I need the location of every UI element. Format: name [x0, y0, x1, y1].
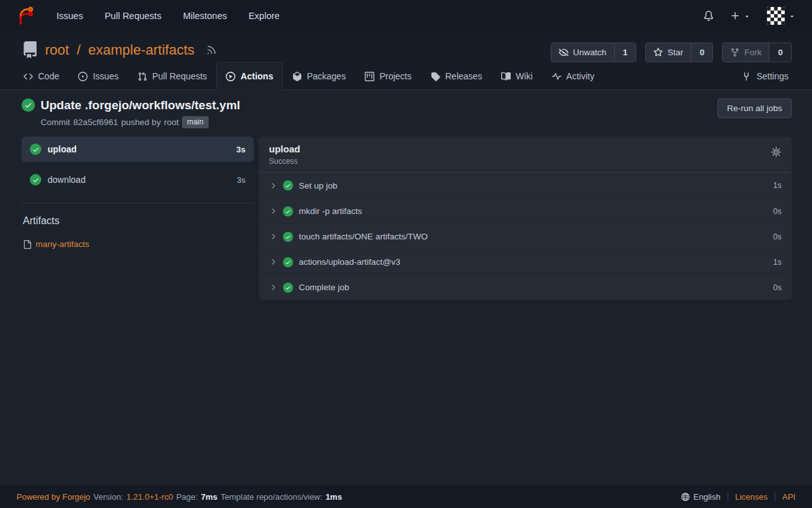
bell-icon [704, 11, 714, 21]
tab-wiki[interactable]: Wiki [492, 62, 542, 90]
repo-name-link[interactable]: example-artifacts [88, 42, 195, 58]
step-row-complete-job[interactable]: Complete job 0s [259, 274, 792, 300]
pushed-by-label: pushed by [121, 117, 160, 127]
repo-header: root / example-artifacts Unwatch 1 Star … [0, 32, 812, 62]
tab-activity[interactable]: Activity [542, 62, 604, 90]
step-success-icon [283, 283, 293, 293]
chevron-down-icon [789, 13, 796, 20]
chevron-right-icon [269, 232, 277, 241]
job-duration: 3s [237, 175, 246, 185]
tab-settings[interactable]: Settings [732, 62, 798, 90]
nav-pull-requests-link[interactable]: Pull Requests [94, 0, 172, 32]
job-detail: upload Success Set up job 1s [259, 137, 792, 300]
version-link[interactable]: 1.21.0+1-rc0 [126, 492, 173, 502]
job-success-icon [30, 144, 41, 155]
watchers-count[interactable]: 1 [614, 43, 636, 62]
footer-left: Powered by Forgejo Version: 1.21.0+1-rc0… [16, 492, 342, 502]
step-row-touch[interactable]: touch artifacts/ONE artifacts/TWO 0s [259, 224, 792, 249]
stars-count[interactable]: 0 [691, 43, 713, 62]
artifacts-heading: Artifacts [23, 215, 254, 227]
step-success-icon [283, 206, 293, 217]
page-label: Page: [176, 492, 198, 502]
template-time: 1ms [325, 492, 342, 502]
template-label: Template repo/actions/view: [221, 492, 322, 502]
footer-divider [775, 491, 775, 502]
repo-action-buttons: Unwatch 1 Star 0 Fork 0 [551, 43, 792, 62]
tab-projects[interactable]: Projects [355, 62, 421, 90]
fork-button: Fork [723, 43, 769, 62]
step-row-upload-artifact[interactable]: actions/upload-artifact@v3 1s [259, 249, 792, 274]
rerun-all-jobs-button[interactable]: Re-run all jobs [717, 98, 792, 118]
plus-icon [730, 11, 740, 21]
package-icon [292, 72, 302, 81]
pulse-icon [552, 72, 561, 81]
forgejo-logo-icon[interactable] [16, 6, 36, 25]
run-title-block: Update .forgejo/workflows/test.yml Commi… [22, 98, 240, 128]
forks-count[interactable]: 0 [769, 43, 791, 62]
job-item-upload[interactable]: upload 3s [22, 137, 254, 162]
footer-right: English Licenses API [681, 491, 796, 502]
rss-icon[interactable] [206, 44, 217, 55]
artifact-item: many-artifacts [23, 239, 254, 249]
run-title: Update .forgejo/workflows/test.yml [41, 98, 240, 112]
repo-breadcrumb: root / example-artifacts [22, 41, 217, 58]
step-row-mkdir[interactable]: mkdir -p artifacts 0s [259, 198, 792, 224]
powered-by-forgejo-link[interactable]: Powered by Forgejo [16, 492, 90, 502]
star-button-group: Star 0 [645, 43, 713, 62]
step-duration: 0s [773, 207, 782, 216]
commit-label: Commit [41, 117, 70, 127]
globe-icon [681, 492, 690, 502]
gear-icon[interactable] [771, 147, 782, 157]
top-navbar: Issues Pull Requests Milestones Explore [0, 0, 812, 32]
run-header: Update .forgejo/workflows/test.yml Commi… [22, 98, 792, 128]
file-icon [23, 240, 32, 249]
issue-icon [78, 72, 88, 81]
job-detail-title: upload [269, 144, 300, 154]
chevron-right-icon [269, 283, 277, 291]
repo-owner-link[interactable]: root [45, 42, 69, 58]
job-detail-header: upload Success [259, 137, 792, 173]
unwatch-button[interactable]: Unwatch [551, 43, 614, 62]
actions-run-view: Update .forgejo/workflows/test.yml Commi… [0, 90, 812, 485]
nav-issues-link[interactable]: Issues [46, 0, 94, 32]
job-item-download[interactable]: download 3s [22, 167, 254, 192]
branch-badge[interactable]: main [182, 116, 209, 128]
star-button[interactable]: Star [646, 43, 691, 62]
licenses-link[interactable]: Licenses [735, 492, 768, 502]
user-menu[interactable] [759, 7, 798, 25]
tag-icon [431, 72, 440, 81]
api-link[interactable]: API [782, 492, 796, 502]
nav-milestones-link[interactable]: Milestones [172, 0, 237, 32]
job-detail-status: Success [269, 157, 300, 166]
sidebar-divider [22, 203, 254, 203]
language-menu[interactable]: English [681, 492, 721, 502]
commit-author-link[interactable]: root [164, 117, 178, 127]
step-row-set-up-job[interactable]: Set up job 1s [259, 173, 792, 198]
tab-actions[interactable]: Actions [216, 62, 282, 90]
project-icon [365, 72, 374, 81]
play-circle-icon [226, 72, 235, 81]
job-detail-panel: upload Success Set up job 1s [259, 137, 792, 300]
watch-button-group: Unwatch 1 [551, 43, 636, 62]
tab-releases[interactable]: Releases [421, 62, 492, 90]
tab-pull-requests[interactable]: Pull Requests [128, 62, 216, 90]
version-label: Version: [93, 492, 123, 502]
create-new-menu[interactable] [722, 11, 759, 21]
tab-issues[interactable]: Issues [69, 62, 128, 90]
fork-icon [730, 48, 740, 57]
step-success-icon [283, 180, 293, 190]
code-icon [23, 72, 33, 81]
step-success-icon [283, 232, 293, 242]
commit-sha-link[interactable]: 82a5cf6961 [74, 117, 119, 127]
step-duration: 0s [773, 283, 782, 292]
tab-code[interactable]: Code [14, 62, 69, 90]
notifications-button[interactable] [695, 11, 722, 21]
step-duration: 1s [773, 181, 782, 190]
footer-divider [728, 491, 728, 502]
footer: Powered by Forgejo Version: 1.21.0+1-rc0… [0, 485, 812, 508]
artifact-download-link[interactable]: many-artifacts [36, 239, 89, 249]
repo-icon [22, 41, 39, 58]
nav-explore-link[interactable]: Explore [238, 0, 291, 32]
tab-packages[interactable]: Packages [283, 62, 355, 90]
eye-closed-icon [559, 48, 568, 57]
